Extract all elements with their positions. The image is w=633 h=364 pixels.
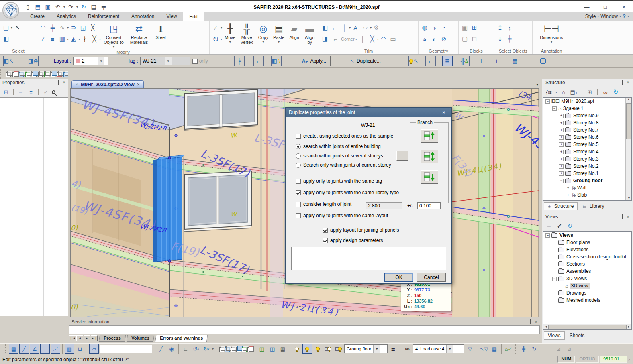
eyedropper-icon[interactable]: ∤: [80, 35, 90, 43]
same-library-checkbox[interactable]: apply only to joints with the same libra…: [296, 190, 399, 195]
tree-item[interactable]: −⌂Здание 1: [543, 105, 631, 112]
measure-icon[interactable]: ▤: [89, 2, 98, 11]
boolean-merge-icon[interactable]: ◕: [420, 35, 429, 43]
filter-table-icon[interactable]: ▦: [490, 344, 499, 354]
paste-button[interactable]: ▤ Paste▾: [271, 22, 286, 45]
consider-length-checkbox[interactable]: consider length of joint: [296, 201, 351, 207]
tab-annotation[interactable]: Annotation: [125, 12, 160, 21]
rotate-y-icon[interactable]: ↻ʸ: [202, 344, 211, 354]
axis-bottom-icon[interactable]: ⊥: [476, 56, 486, 66]
storey-layers-icon[interactable]: ≣: [388, 344, 398, 354]
home-icon[interactable]: ⌂: [559, 88, 568, 96]
tab-process[interactable]: Process: [99, 335, 126, 342]
close-button[interactable]: ×: [615, 2, 633, 13]
layout-selector[interactable]: 2 ▾: [73, 57, 108, 65]
filter-select-icon[interactable]: ↖▽: [479, 344, 489, 354]
view-cube-default-icon[interactable]: [6, 72, 11, 77]
select-span-icon[interactable]: ↨: [505, 23, 515, 32]
window-menu-item[interactable]: Window: [600, 14, 618, 19]
pin-icon[interactable]: [621, 214, 624, 219]
plane-trim-icon[interactable]: ▱: [360, 23, 370, 32]
boolean-subtract-icon[interactable]: ◑: [429, 23, 439, 32]
corner-button[interactable]: ⌐Corner▾: [330, 35, 358, 43]
apply-check-icon[interactable]: ✓: [42, 88, 50, 96]
tree-item[interactable]: Elevations: [543, 246, 631, 253]
dashed-line-icon[interactable]: ∕: [211, 23, 221, 32]
cancel-button[interactable]: Cancel: [417, 273, 446, 282]
block-add-icon[interactable]: ⊞: [470, 23, 479, 32]
resize-grip[interactable]: ⋰: [628, 357, 632, 362]
view-cube-back-icon[interactable]: [38, 72, 43, 77]
storey-selector[interactable]: Groung floor ▾: [344, 344, 388, 353]
expander-plus-icon[interactable]: +: [559, 142, 564, 147]
spline-edit-icon[interactable]: ∿: [57, 23, 67, 32]
ortho-indicator[interactable]: ORTHO: [576, 356, 599, 363]
gear-trim-icon[interactable]: ⚙: [372, 23, 381, 32]
wall-display-blue-icon[interactable]: ◫: [267, 344, 277, 354]
chevron-down-icon[interactable]: ▾: [446, 345, 453, 353]
draw-line-icon[interactable]: ╱: [156, 344, 166, 354]
expand-all-icon[interactable]: ⊞: [2, 88, 10, 96]
expander-plus-icon[interactable]: +: [559, 114, 564, 118]
view-cube-left-icon[interactable]: [25, 72, 30, 77]
view-cube-top-icon[interactable]: [12, 72, 17, 77]
snap-angle-icon[interactable]: ∠: [30, 344, 39, 354]
horizontal-scrollbar[interactable]: ◄►: [543, 324, 631, 329]
expander-plus-icon[interactable]: +: [559, 171, 564, 176]
tree-item[interactable]: +Storey No.6: [543, 134, 631, 141]
dimensions-button[interactable]: ⊢⊣ Dimensions▾: [535, 22, 568, 45]
replace-materials-button[interactable]: ⇄ Replace Materials: [127, 22, 151, 45]
joint-delta-icon[interactable]: ╬Δ: [459, 56, 470, 66]
customize-toolbar-icon[interactable]: ╤: [99, 2, 108, 11]
expander-plus-icon[interactable]: +: [559, 150, 564, 154]
tab-view[interactable]: View: [161, 12, 183, 21]
ok-button[interactable]: OK: [384, 273, 413, 282]
snap-grid-icon[interactable]: ▦: [9, 344, 18, 354]
tab-overflow-icon[interactable]: ▾: [536, 83, 538, 87]
array-icon[interactable]: ▦: [57, 35, 67, 43]
snap-segment-icon[interactable]: ⋰: [51, 344, 60, 354]
undo-icon[interactable]: ↶: [53, 2, 62, 11]
dialog-title-bar[interactable]: Duplicate properties of the joint ×: [286, 108, 451, 117]
dialog-close-icon[interactable]: ×: [439, 109, 448, 116]
display-hidden-icon[interactable]: [231, 347, 235, 352]
chevron-down-icon[interactable]: ▾: [373, 345, 380, 353]
tree-item[interactable]: +Storey No.2: [543, 163, 631, 170]
expander-minus-icon[interactable]: −: [552, 277, 557, 281]
close-tab-icon[interactable]: ×: [137, 82, 140, 87]
untrim-icon[interactable]: ╳: [368, 35, 377, 43]
service-output[interactable]: [69, 325, 540, 334]
workplane-snap-icon[interactable]: ▱: [89, 344, 99, 354]
help-menu[interactable]: ?: [623, 13, 626, 19]
break-at-intersection-icon[interactable]: ╪: [48, 23, 57, 32]
new-file-icon[interactable]: ▯: [23, 2, 32, 11]
wall-lightning-icon[interactable]: ◧ϟ: [271, 56, 282, 66]
cross-extend-icon[interactable]: ╪: [358, 35, 368, 43]
filter-structure-icon[interactable]: {≋: [545, 88, 553, 96]
tab-structure[interactable]: ◈Structure: [544, 202, 578, 210]
chevron-down-icon[interactable]: ▾: [165, 57, 172, 65]
expander-minus-icon[interactable]: −: [559, 179, 564, 183]
boolean-split-icon[interactable]: ◐: [429, 35, 439, 43]
maximize-button[interactable]: □: [596, 2, 615, 13]
move-points-icon[interactable]: ∷: [543, 344, 553, 354]
design-parameters-checkbox[interactable]: apply design parameters: [323, 238, 383, 243]
tree-item[interactable]: Assemblies: [543, 268, 631, 275]
chevron-down-icon[interactable]: ▾: [212, 347, 214, 351]
copy-button[interactable]: ◎ Copy▾: [256, 22, 271, 45]
scrollbar-thumb[interactable]: [548, 325, 627, 329]
create-sample-checkbox[interactable]: create, using selected ones as the sampl…: [296, 133, 393, 139]
align-button[interactable]: ▰ Align: [287, 22, 302, 40]
filter-funnel-icon[interactable]: ▽: [465, 344, 475, 354]
align-edges-icon[interactable]: ≡: [48, 35, 57, 43]
boolean-union-icon[interactable]: ◍: [420, 23, 429, 32]
select-overlapping-icon[interactable]: ◧: [1, 35, 11, 43]
close-panel-icon[interactable]: ×: [627, 214, 629, 220]
close-panel-icon[interactable]: ×: [627, 80, 629, 85]
snap-line-icon[interactable]: ╱: [19, 344, 29, 354]
tree-item[interactable]: Drawings: [543, 289, 631, 297]
tree-item[interactable]: −🞓▤M9Hr_2020.spf: [543, 98, 631, 105]
view-cube-bottom-icon[interactable]: [57, 72, 62, 77]
next-tab-icon[interactable]: ►: [84, 335, 90, 341]
tab-errors-warnings[interactable]: Errors and warnings: [155, 335, 208, 342]
